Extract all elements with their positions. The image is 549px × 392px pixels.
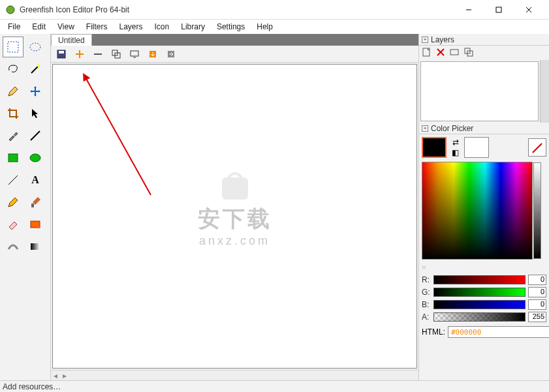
r-slider[interactable]: [433, 275, 525, 284]
status-text: Add resources…: [3, 382, 61, 391]
document-tabs: Untitled: [51, 34, 418, 46]
tool-pointer[interactable]: [25, 103, 46, 124]
menu-help[interactable]: Help: [251, 21, 278, 33]
svg-rect-24: [131, 51, 138, 56]
svg-point-6: [30, 43, 40, 51]
a-value[interactable]: 255: [528, 312, 546, 322]
svg-point-11: [30, 154, 40, 162]
merge-layer-icon[interactable]: [463, 47, 474, 59]
scroll-left-icon[interactable]: ◂: [51, 371, 60, 380]
layers-panel-header[interactable]: + Layers: [419, 34, 549, 46]
default-colors-icon[interactable]: ◧: [452, 148, 459, 157]
layers-scrollbar[interactable]: [540, 60, 549, 123]
svg-rect-16: [31, 243, 40, 250]
tool-text[interactable]: A: [25, 170, 46, 190]
tool-line[interactable]: [25, 125, 46, 146]
tool-eyedropper[interactable]: [3, 125, 24, 146]
color-indicator: ○: [422, 264, 546, 271]
menubar: File Edit View Filters Layers Icon Libra…: [0, 20, 549, 34]
duplicate-icon[interactable]: [110, 48, 123, 61]
menu-filters[interactable]: Filters: [81, 21, 113, 33]
svg-line-29: [86, 78, 151, 195]
save-icon[interactable]: [55, 48, 68, 61]
svg-rect-28: [222, 177, 248, 200]
plus-icon[interactable]: [73, 48, 86, 61]
delete-layer-icon[interactable]: [436, 48, 445, 59]
menu-settings[interactable]: Settings: [212, 21, 250, 33]
tool-ellipse-fill[interactable]: [25, 147, 46, 168]
horizontal-scrollbar[interactable]: ◂ ▸: [51, 370, 418, 380]
html-color-input[interactable]: [448, 326, 549, 338]
r-label: R:: [422, 275, 431, 284]
tool-pencil[interactable]: [3, 81, 24, 102]
foreground-swatch[interactable]: [422, 137, 447, 158]
watermark-text-bottom: anxz.com: [198, 234, 272, 248]
r-value[interactable]: 0: [528, 275, 546, 285]
a-slider[interactable]: [433, 312, 525, 322]
tool-eraser[interactable]: [3, 214, 24, 235]
duplicate-layer-icon[interactable]: [449, 47, 460, 59]
tool-move[interactable]: [25, 81, 46, 102]
canvas[interactable]: 安下载 anxz.com: [52, 64, 417, 369]
background-swatch[interactable]: [464, 137, 489, 158]
a-label: A:: [422, 312, 431, 322]
tab-untitled[interactable]: Untitled: [51, 34, 92, 46]
tool-paintbrush[interactable]: [25, 192, 46, 213]
tool-wand[interactable]: [25, 59, 46, 80]
plus-expander-icon[interactable]: +: [422, 125, 428, 132]
statusbar: Add resources…: [0, 380, 549, 392]
export-right-icon[interactable]: [165, 48, 178, 61]
b-value[interactable]: 0: [528, 299, 546, 310]
tool-select-rect[interactable]: [3, 37, 24, 57]
svg-rect-33: [450, 50, 458, 55]
menu-file[interactable]: File: [3, 21, 25, 33]
titlebar: Greenfish Icon Editor Pro 64-bit: [0, 0, 549, 20]
menu-edit[interactable]: Edit: [27, 21, 51, 33]
b-label: B:: [422, 300, 431, 309]
minus-icon[interactable]: [91, 48, 104, 61]
window-title: Greenfish Icon Editor Pro 64-bit: [20, 5, 454, 14]
color-picker-title: Color Picker: [431, 124, 473, 133]
svg-rect-2: [496, 7, 501, 12]
close-button[interactable]: [514, 0, 544, 20]
color-picker-header[interactable]: + Color Picker: [419, 123, 549, 134]
workspace: Untitled 安下载 anxz.com ◂ ▸: [51, 34, 418, 380]
menu-icon[interactable]: Icon: [149, 21, 175, 33]
tool-brush[interactable]: [3, 192, 24, 213]
tool-line2[interactable]: [3, 170, 24, 190]
layers-toolbar: [419, 46, 549, 60]
layer-list[interactable]: [420, 61, 539, 121]
monitor-icon[interactable]: [128, 48, 141, 61]
scroll-right-icon[interactable]: ▸: [60, 371, 69, 380]
html-label: HTML:: [422, 327, 445, 337]
new-layer-icon[interactable]: [422, 47, 432, 59]
menu-library[interactable]: Library: [176, 21, 210, 33]
menu-layers[interactable]: Layers: [114, 21, 148, 33]
right-panels: + Layers + Color Picker ⇄ ◧: [418, 34, 549, 380]
menu-view[interactable]: View: [52, 21, 80, 33]
svg-rect-13: [31, 204, 34, 207]
tool-gradient[interactable]: [25, 236, 46, 257]
tool-lasso[interactable]: [3, 59, 24, 80]
swap-colors-icon[interactable]: ⇄: [452, 138, 459, 147]
maximize-button[interactable]: [484, 0, 514, 20]
tool-smudge[interactable]: [3, 236, 24, 257]
g-value[interactable]: 0: [528, 287, 546, 297]
tool-crop[interactable]: [3, 103, 24, 124]
export-down-icon[interactable]: [146, 48, 159, 61]
tab-filler: [92, 34, 418, 46]
value-strip[interactable]: [533, 162, 541, 259]
tool-select-ellipse[interactable]: [25, 37, 46, 57]
no-color-icon[interactable]: [528, 138, 546, 157]
b-slider[interactable]: [433, 300, 525, 309]
svg-point-0: [7, 6, 14, 14]
g-slider[interactable]: [433, 288, 525, 297]
tool-rect-fill[interactable]: [3, 147, 24, 168]
plus-expander-icon[interactable]: +: [422, 37, 428, 43]
minimize-button[interactable]: [454, 0, 484, 20]
toolbox: A: [0, 34, 51, 380]
watermark: 安下载 anxz.com: [198, 170, 272, 248]
watermark-text-top: 安下载: [198, 204, 272, 234]
color-field[interactable]: [422, 162, 533, 260]
tool-bucket[interactable]: [25, 214, 46, 235]
